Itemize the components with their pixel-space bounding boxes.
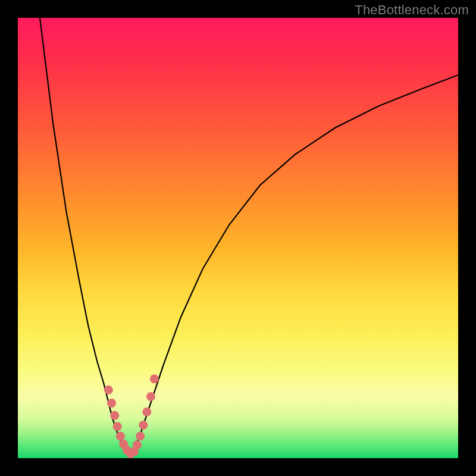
highlight-dot: [139, 421, 148, 430]
highlight-dot: [104, 386, 113, 394]
curve-left-branch: [40, 18, 130, 455]
highlight-dot: [136, 432, 145, 441]
highlight-dot: [116, 432, 125, 441]
highlight-dots-group: [104, 374, 159, 458]
chart-frame: TheBottleneck.com: [0, 0, 476, 476]
highlight-dot: [133, 440, 142, 449]
highlight-dot: [150, 374, 159, 383]
plot-area: [18, 18, 458, 458]
highlight-dot: [110, 411, 119, 420]
highlight-dot: [113, 422, 122, 431]
curve-right-branch: [130, 75, 458, 455]
highlight-dot: [142, 408, 151, 416]
highlight-dot: [107, 399, 116, 408]
watermark-text: TheBottleneck.com: [355, 2, 469, 18]
chart-svg: [18, 18, 458, 458]
highlight-dot: [146, 392, 155, 401]
